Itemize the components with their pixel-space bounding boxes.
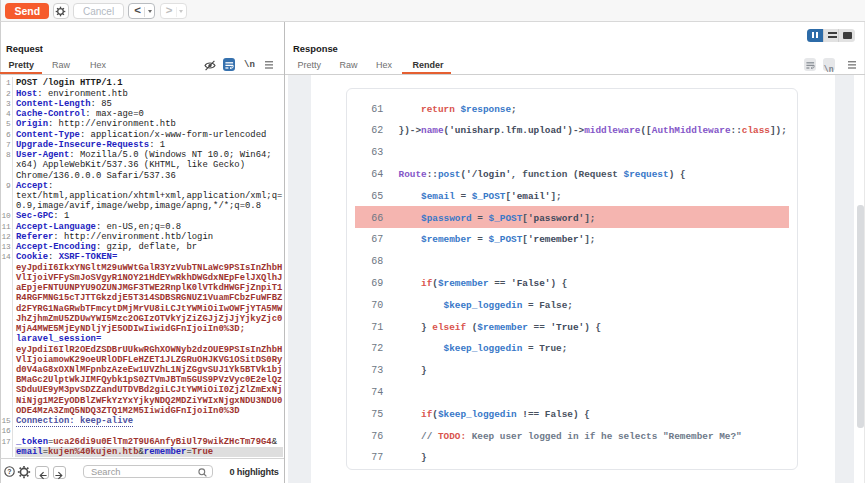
svg-text:?: ? (7, 468, 11, 475)
